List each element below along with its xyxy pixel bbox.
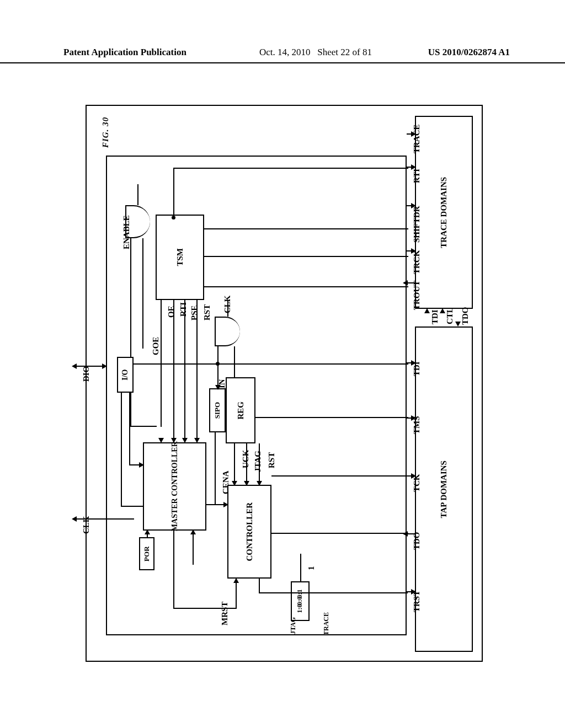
arrow-icon	[411, 248, 416, 254]
arrow-icon	[455, 322, 461, 326]
arrow-icon	[139, 462, 144, 468]
reg-block: REG	[226, 377, 255, 443]
header-mid: Oct. 14, 2010 Sheet 22 of 81	[259, 47, 372, 58]
label-rti: RTI	[179, 302, 188, 317]
figure-30: FIG. 30 TRACE DOMAINS TAP DOMAINS TDI CT…	[86, 88, 483, 662]
por-block: POR	[139, 537, 154, 570]
label-mrst: MRST	[220, 602, 230, 625]
page-header: Patent Application Publication Oct. 14, …	[0, 47, 565, 63]
arrow-icon	[72, 363, 77, 369]
pin-tdi-inter: TDI	[430, 309, 440, 324]
arrow-icon	[411, 131, 416, 137]
arrow-icon	[223, 502, 228, 507]
arrow-icon	[411, 473, 416, 479]
arrow-icon	[440, 308, 445, 313]
sipo-label: SIPO	[214, 402, 221, 419]
pin-shiftdr: SHIFTDR	[412, 206, 422, 243]
pin-trck: TRCK	[412, 250, 422, 274]
master-controller-label: MASTER CONTROLLER	[170, 442, 179, 532]
tsm-label: TSM	[175, 248, 185, 266]
table-10: 1:0	[296, 604, 303, 613]
label-cena: CENA	[221, 470, 231, 494]
master-controller-block: MASTER CONTROLLER	[143, 442, 206, 531]
arrow-icon	[233, 578, 239, 583]
arrow-icon	[411, 360, 416, 366]
header-right: US 2010/0262874 A1	[428, 47, 510, 58]
arrow-icon	[411, 415, 416, 421]
header-sheet: Sheet 22 of 81	[317, 47, 372, 57]
label-jtag: JTAG	[253, 451, 263, 472]
arrow-icon	[411, 164, 416, 170]
io-label: I/O	[121, 369, 129, 380]
trace-domains-label: TRACE DOMAINS	[439, 177, 449, 248]
tap-domains-label: TAP DOMAINS	[439, 461, 449, 518]
controller-label: CONTROLLER	[245, 502, 254, 561]
label-goe: GOE	[151, 337, 161, 355]
io-block: I/O	[117, 357, 134, 393]
and-gate-mid	[215, 317, 240, 346]
arrow-icon	[411, 203, 416, 208]
chip-outline: TRACE DOMAINS TAP DOMAINS TDI CTL TDO TR…	[86, 105, 483, 662]
tsm-block: TSM	[156, 215, 204, 300]
mode-table: 0:1 0:0 1:0	[291, 581, 310, 621]
pin-trace: TRACE	[412, 124, 422, 153]
pin-trout: TROUT	[412, 281, 422, 310]
arrow-icon	[215, 385, 221, 390]
label-trace-out: TRACE	[322, 612, 331, 635]
header-left: Patent Application Publication	[63, 47, 186, 58]
label-oe: OE	[167, 306, 176, 318]
trace-domains-block: TRACE DOMAINS	[415, 116, 473, 309]
arrow-icon	[411, 589, 416, 595]
pin-tdo2: TDO	[412, 532, 422, 550]
controller-block: CONTROLLER	[227, 485, 271, 579]
arrow-icon	[190, 529, 196, 534]
label-rst2: RST	[267, 452, 276, 468]
pin-ctl: CTL	[445, 307, 455, 324]
arrow-icon	[72, 516, 77, 522]
and-gate-top	[125, 205, 150, 238]
reg-label: REG	[236, 402, 246, 420]
arrow-icon	[145, 529, 150, 534]
header-date: Oct. 14, 2010	[259, 47, 311, 57]
pad-dio: DIO	[82, 366, 91, 382]
label-rst: RST	[202, 304, 212, 320]
arrow-icon	[424, 308, 430, 313]
inner-block: ENABLE GOE TSM CLK OE RTI PSE RST	[106, 156, 407, 635]
tap-domains-block: TAP DOMAINS	[415, 326, 473, 652]
sipo-block: SIPO	[209, 388, 226, 432]
label-jtag-out: JTAG	[289, 617, 297, 634]
arrow-icon	[102, 363, 107, 369]
label-one: 1	[307, 566, 316, 571]
pin-rti: RTI	[412, 169, 422, 183]
label-pse: PSE	[190, 305, 199, 320]
por-label: POR	[143, 546, 151, 561]
pin-tdo-inter: TDO	[461, 307, 470, 325]
